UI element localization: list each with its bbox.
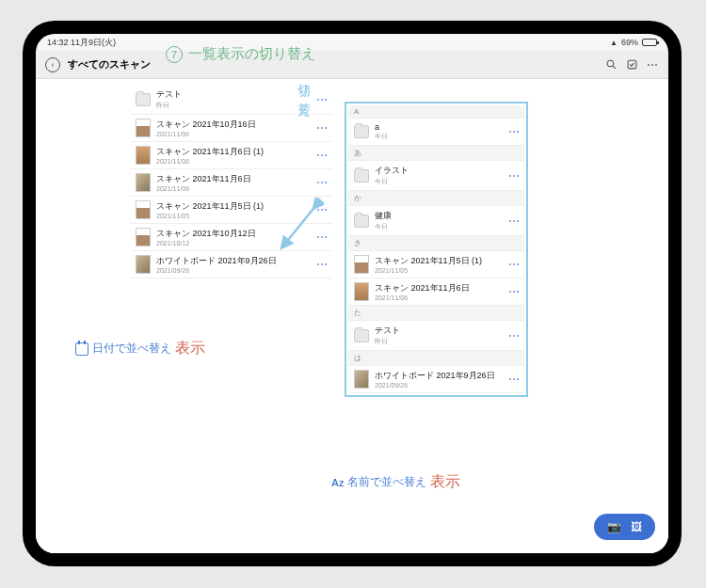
list-item[interactable]: スキャン 2021年10月16日2021/11/06⋯	[130, 115, 332, 142]
item-date: 昨日	[375, 337, 503, 346]
camera-icon: 📷	[607, 520, 621, 533]
section-header: か	[348, 191, 524, 206]
page-title: すべてのスキャン	[68, 57, 151, 72]
status-right: 69%	[610, 38, 657, 47]
more-icon[interactable]: ⋯	[316, 176, 327, 189]
section-header: は	[348, 351, 524, 366]
item-name: スキャン 2021年11月5日 (1)	[375, 255, 503, 267]
folder-icon	[354, 169, 369, 183]
folder-icon	[354, 215, 369, 228]
status-bar: 14:32 11月9日(火) 69%	[36, 34, 668, 51]
item-name: スキャン 2021年11月6日 (1)	[156, 146, 311, 158]
document-thumb	[136, 119, 151, 137]
document-thumb	[354, 255, 369, 274]
item-date: 今日	[375, 222, 503, 231]
scan-fab[interactable]: 📷 🖼	[594, 514, 655, 540]
svg-rect-2	[628, 60, 636, 69]
document-thumb	[136, 200, 151, 219]
search-icon[interactable]	[604, 58, 618, 72]
item-name: 健康	[375, 210, 503, 222]
item-name: イラスト	[375, 165, 503, 177]
select-icon[interactable]	[625, 58, 638, 72]
document-thumb	[136, 228, 151, 246]
more-icon[interactable]: ⋯	[508, 285, 519, 298]
more-icon[interactable]: ⋯	[316, 203, 327, 216]
item-date: 2021/11/06	[156, 158, 311, 165]
document-thumb	[136, 255, 151, 274]
list-item[interactable]: テスト昨日⋯	[130, 85, 332, 115]
document-thumb	[136, 173, 151, 192]
more-icon[interactable]: ⋯	[316, 230, 327, 244]
list-item[interactable]: イラスト今日⋯	[348, 161, 524, 191]
item-name: スキャン 2021年11月5日 (1)	[156, 200, 311, 213]
item-date: 2021/11/06	[156, 185, 311, 192]
screen: 14:32 11月9日(火) 69% ‹ すべてのスキャン ⋯ テスト昨日⋯スキ…	[36, 34, 668, 553]
status-time: 14:32	[47, 38, 69, 47]
item-date: 2021/11/06	[156, 131, 311, 137]
item-name: スキャン 2021年11月6日	[375, 282, 503, 294]
section-header: A	[348, 105, 524, 119]
name-sorted-list: Aa今日⋯あイラスト今日⋯か健康今日⋯さスキャン 2021年11月5日 (1)2…	[345, 102, 528, 397]
svg-line-1	[613, 66, 616, 69]
section-header: さ	[348, 236, 524, 251]
item-name: スキャン 2021年10月12日	[156, 228, 311, 240]
list-item[interactable]: テスト昨日⋯	[348, 321, 524, 351]
item-date: 2021/10/12	[156, 240, 311, 246]
folder-icon	[136, 93, 151, 106]
content-area: テスト昨日⋯スキャン 2021年10月16日2021/11/06⋯スキャン 20…	[36, 79, 668, 553]
list-item[interactable]: スキャン 2021年11月6日 (1)2021/11/06⋯	[130, 142, 332, 169]
list-item[interactable]: スキャン 2021年11月5日 (1)2021/11/05⋯	[130, 197, 332, 224]
more-icon[interactable]: ⋯	[316, 93, 327, 106]
item-date: 2021/09/26	[156, 267, 311, 274]
battery-icon	[642, 39, 657, 46]
item-name: ホワイトボード 2021年9月26日	[375, 370, 503, 382]
more-icon[interactable]: ⋯	[508, 215, 519, 228]
more-icon[interactable]: ⋯	[316, 121, 327, 135]
folder-icon	[354, 329, 369, 342]
section-header: あ	[348, 146, 524, 161]
wifi-icon	[610, 38, 618, 47]
item-date: 今日	[375, 132, 503, 141]
list-item[interactable]: ホワイトボード 2021年9月26日2021/09/26⋯	[130, 251, 332, 278]
document-thumb	[354, 370, 369, 389]
item-date: 2021/11/05	[375, 267, 503, 274]
more-icon[interactable]: ⋯	[508, 169, 519, 183]
folder-icon	[354, 125, 369, 138]
back-icon[interactable]: ‹	[45, 57, 60, 72]
list-item[interactable]: スキャン 2021年11月5日 (1)2021/11/05⋯	[348, 251, 524, 278]
item-name: スキャン 2021年11月6日	[156, 173, 311, 185]
more-icon[interactable]: ⋯	[508, 329, 519, 342]
overflow-icon[interactable]: ⋯	[646, 58, 659, 72]
item-name: ホワイトボード 2021年9月26日	[156, 255, 311, 267]
document-thumb	[136, 146, 151, 165]
item-name: テスト	[375, 325, 503, 337]
document-thumb	[354, 282, 369, 301]
list-item[interactable]: ホワイトボード 2021年9月26日2021/09/26⋯	[348, 366, 524, 393]
more-icon[interactable]: ⋯	[508, 125, 519, 138]
more-icon[interactable]: ⋯	[316, 149, 327, 162]
date-sorted-list: テスト昨日⋯スキャン 2021年10月16日2021/11/06⋯スキャン 20…	[130, 85, 332, 278]
section-header: た	[348, 306, 524, 321]
item-name: a	[375, 122, 503, 132]
tablet-frame: 14:32 11月9日(火) 69% ‹ すべてのスキャン ⋯ テスト昨日⋯スキ…	[23, 21, 682, 566]
item-date: 今日	[375, 177, 503, 186]
item-date: 2021/09/26	[375, 382, 503, 389]
battery-label: 69%	[621, 38, 638, 47]
gallery-icon: 🖼	[631, 520, 642, 533]
list-item[interactable]: 健康今日⋯	[348, 206, 524, 236]
more-icon[interactable]: ⋯	[316, 258, 327, 271]
item-date: 2021/11/05	[156, 213, 311, 219]
item-name: テスト	[156, 88, 311, 101]
item-date: 昨日	[156, 101, 311, 110]
list-item[interactable]: スキャン 2021年11月6日2021/11/06⋯	[130, 169, 332, 197]
item-date: 2021/11/06	[375, 294, 503, 301]
status-left: 14:32 11月9日(火)	[47, 37, 116, 49]
item-name: スキャン 2021年10月16日	[156, 119, 311, 131]
list-item[interactable]: スキャン 2021年10月12日2021/10/12⋯	[130, 224, 332, 251]
toolbar: ‹ すべてのスキャン ⋯	[36, 51, 668, 79]
list-item[interactable]: a今日⋯	[348, 119, 524, 146]
list-item[interactable]: スキャン 2021年11月6日2021/11/06⋯	[348, 278, 524, 306]
more-icon[interactable]: ⋯	[508, 373, 519, 386]
svg-point-0	[607, 60, 614, 67]
more-icon[interactable]: ⋯	[508, 258, 519, 271]
